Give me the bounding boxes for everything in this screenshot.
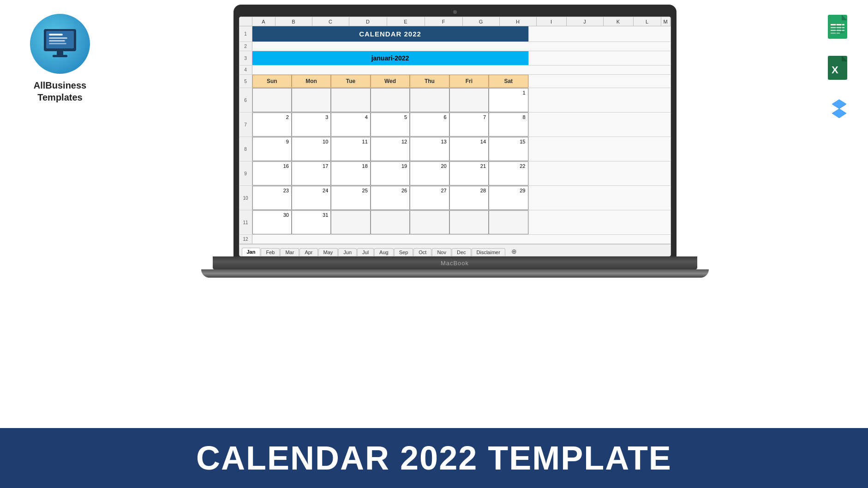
row-1: 1 CALENDAR 2022 [239,26,670,42]
cal-cell-w4-2: 18 [331,161,370,185]
row-num-4: 4 [239,65,252,74]
cal-cell-w5-4: 27 [410,186,449,210]
sheet-tabs: Jan Feb Mar Apr May Jun Jul Aug Sep Oct … [239,244,670,256]
macbook-screen: A B C D E F G H I J K L M 1 [233,5,676,256]
tab-feb[interactable]: Feb [261,248,280,256]
col-header-d: D [349,17,387,26]
row-10: 10 23 24 25 26 27 28 29 [239,186,670,210]
svg-rect-1 [46,31,74,48]
dropbox-icon[interactable] [826,96,853,125]
cal-cell-w2-6: 8 [489,113,528,137]
day-thu: Thu [410,75,449,88]
cal-cell-w2-3: 5 [371,113,410,137]
macbook-foot [201,269,709,278]
row-11-cells: 30 31 [252,210,670,234]
row-8-cells: 9 10 11 12 13 14 15 [252,137,670,161]
row-2: 2 [239,42,670,51]
cal-cell-w5-5: 28 [449,186,489,210]
cal-cell-w6-4 [410,210,449,234]
tab-jun[interactable]: Jun [338,248,357,256]
excel-icon[interactable]: X [824,55,854,87]
row-11-rest [528,210,670,234]
cal-cell-w1-1 [292,88,331,112]
row-num-5: 5 [239,75,252,88]
week-4-cells: 16 17 18 19 20 21 22 [252,161,528,185]
tab-jan[interactable]: Jan [242,248,261,256]
week-5-cells: 23 24 25 26 27 28 29 [252,186,528,210]
day-tue: Tue [331,75,370,88]
cal-cell-w5-1: 24 [292,186,331,210]
col-header-h: H [500,17,537,26]
tab-oct[interactable]: Oct [413,248,431,256]
row-num-9: 9 [239,161,252,185]
svg-rect-3 [49,37,67,39]
row-num-10: 10 [239,186,252,210]
cal-cell-w1-0 [252,88,292,112]
sheets-icon[interactable] [824,14,854,46]
svg-rect-2 [49,34,63,36]
cal-cell-w1-3 [371,88,410,112]
bottom-banner: CALENDAR 2022 TEMPLATE [0,428,868,488]
row-4: 4 [239,65,670,75]
tab-jul[interactable]: Jul [357,248,374,256]
cal-cell-w5-6: 29 [489,186,528,210]
logo-area: AllBusiness Templates [14,14,106,103]
row-6-cells: 1 [252,88,670,112]
tab-dec[interactable]: Dec [452,248,471,256]
cal-cell-w6-3 [371,210,410,234]
row-6: 6 1 [239,88,670,113]
cal-cell-w3-3: 12 [371,137,410,161]
bottom-banner-text: CALENDAR 2022 TEMPLATE [196,439,672,477]
week-2-cells: 2 3 4 5 6 7 8 [252,113,528,137]
row-7-cells: 2 3 4 5 6 7 8 [252,113,670,137]
row-5: 5 Sun Mon Tue Wed Thu Fri Sat [239,75,670,88]
cal-cell-w2-5: 7 [449,113,489,137]
cal-cell-w6-2 [331,210,370,234]
col-header-g: G [463,17,500,26]
cal-cell-w6-5 [449,210,489,234]
row-6-rest [528,88,670,112]
row-num-2: 2 [239,42,252,51]
macbook-label: MacBook [441,260,469,267]
tab-nov[interactable]: Nov [432,248,451,256]
col-header-f: F [425,17,463,26]
tab-apr[interactable]: Apr [299,248,317,256]
col-header-e: E [387,17,425,26]
tab-aug[interactable]: Aug [374,248,394,256]
col-header-i: I [537,17,567,26]
cal-cell-w1-5 [449,88,489,112]
row-3-cells: januari-2022 [252,51,670,65]
tab-mar[interactable]: Mar [280,248,299,256]
col-header-j: J [567,17,604,26]
cal-cell-w3-0: 9 [252,137,292,161]
row-10-cells: 23 24 25 26 27 28 29 [252,186,670,210]
row-4-cells [252,65,670,74]
svg-rect-7 [53,55,67,57]
tab-sep[interactable]: Sep [394,248,413,256]
cal-cell-w3-6: 15 [489,137,528,161]
row-1-rest [528,26,670,42]
day-wed: Wed [371,75,410,88]
row-3-rest [528,51,670,65]
tab-disclaimer[interactable]: Disclaimer [472,248,505,256]
week-3-cells: 9 10 11 12 13 14 15 [252,137,528,161]
svg-rect-5 [49,43,66,44]
row-7-rest [528,113,670,137]
row-num-12: 12 [239,235,252,244]
macbook-base: MacBook [213,256,697,269]
cal-cell-w1-2 [331,88,370,112]
macbook-container: A B C D E F G H I J K L M 1 [102,5,808,423]
macbook-camera [453,10,457,14]
cal-cell-w2-0: 2 [252,113,292,137]
row-num-3: 3 [239,51,252,65]
cal-cell-w6-0: 30 [252,210,292,234]
right-icons: X [824,14,854,125]
cal-cell-w5-3: 26 [371,186,410,210]
tab-may[interactable]: May [318,248,338,256]
row-5-cells: Sun Mon Tue Wed Thu Fri Sat [252,75,670,88]
cal-cell-w2-1: 3 [292,113,331,137]
tab-add-button[interactable]: ⊕ [508,247,521,256]
row-num-6: 6 [239,88,252,112]
corner-cell [239,17,252,26]
cal-cell-w3-1: 10 [292,137,331,161]
